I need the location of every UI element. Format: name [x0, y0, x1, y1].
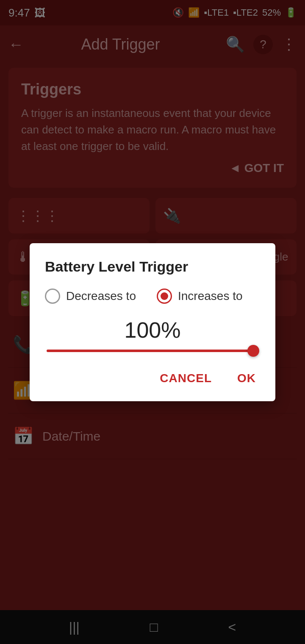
- radio-increases[interactable]: Increases to: [157, 289, 260, 304]
- percent-display: 100%: [45, 317, 260, 343]
- dialog-buttons: CANCEL OK: [45, 367, 260, 389]
- radio-increases-label: Increases to: [178, 289, 243, 303]
- ok-button[interactable]: OK: [233, 367, 260, 389]
- radio-decreases-circle: [45, 289, 60, 304]
- radio-decreases[interactable]: Decreases to: [45, 289, 148, 304]
- battery-level-dialog: Battery Level Trigger Decreases to Incre…: [30, 243, 275, 401]
- dialog-overlay: Battery Level Trigger Decreases to Incre…: [0, 0, 305, 644]
- slider-thumb[interactable]: [247, 345, 259, 357]
- radio-increases-inner: [161, 292, 168, 300]
- slider-fill: [47, 350, 258, 352]
- dialog-title: Battery Level Trigger: [45, 258, 260, 275]
- slider-track: [47, 350, 258, 352]
- dialog-options: Decreases to Increases to: [45, 289, 260, 304]
- radio-decreases-label: Decreases to: [66, 289, 136, 303]
- radio-increases-circle: [157, 289, 172, 304]
- slider-container[interactable]: [45, 350, 260, 352]
- cancel-button[interactable]: CANCEL: [155, 367, 216, 389]
